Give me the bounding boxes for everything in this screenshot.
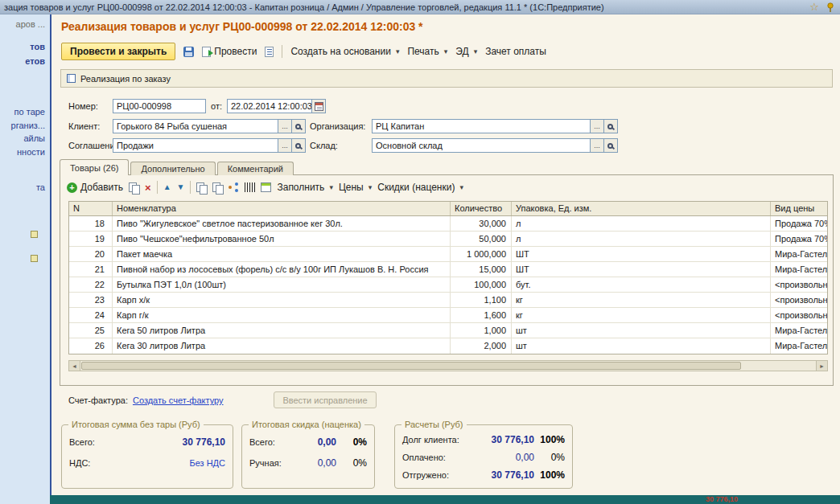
organization-select-button[interactable]: ... (591, 119, 604, 133)
client-select-button[interactable]: ... (278, 119, 292, 133)
journal-icon (265, 47, 274, 57)
table-row[interactable]: 18 Пиво "Жигулевское" светлое пастеризов… (69, 216, 827, 232)
col-header-unit[interactable]: Упаковка, Ед. изм. (512, 202, 771, 215)
total-label: Всего: (69, 437, 183, 447)
table-row[interactable]: 22 Бутылка ПЭТ 1,0л (100шт) 100,000 бут.… (69, 277, 827, 293)
table-header: N Номенклатура Количество Упаковка, Ед. … (69, 202, 827, 216)
chevron-down-icon: ▾ (396, 47, 400, 55)
horizontal-scrollbar[interactable]: ◄ ► (68, 360, 828, 371)
toolbar-separator (157, 181, 158, 194)
organization-open-button[interactable] (604, 119, 618, 133)
client-field[interactable]: Горького 84 Рыба сушеная (113, 119, 278, 133)
enter-correction-button[interactable]: Ввести исправление (274, 391, 377, 408)
warehouse-open-button[interactable] (604, 138, 618, 153)
discounts-button[interactable]: Скидки (наценки) ▾ (377, 182, 463, 193)
tab-strip: Товары (26) Дополнительно Комментарий (60, 159, 294, 175)
settlements-box-title: Расчеты (Руб) (401, 420, 467, 429)
sidebar-item[interactable]: по таре (14, 107, 45, 117)
print-button[interactable]: Печать ▾ (407, 46, 447, 57)
discount-box: Итоговая скидка (наценка) Всего: 0,00 0%… (241, 424, 375, 489)
register-records-button[interactable] (265, 47, 274, 57)
toolbar-separator (190, 181, 191, 194)
discount-box-title: Итоговая скидка (наценка) (249, 420, 364, 429)
date-field[interactable]: 22.02.2014 12:00:03 (227, 99, 312, 113)
splitter-grip[interactable] (31, 231, 38, 238)
toolbar-separator (282, 45, 282, 58)
table-row[interactable]: 26 Кега 30 литров Литра 2,000 шт Мира-Га… (69, 338, 827, 354)
col-header-price-kind[interactable]: Вид цены (771, 202, 827, 215)
fill-button[interactable]: Заполнить ▾ (277, 182, 332, 193)
ed-button[interactable]: ЭД ▾ (455, 46, 477, 57)
save-button[interactable] (183, 47, 194, 57)
tab-additional[interactable]: Дополнительно (130, 162, 215, 175)
tab-goods[interactable]: Товары (26) (60, 159, 129, 175)
number-field[interactable]: РЦ00-000998 (113, 99, 206, 113)
organization-field[interactable]: РЦ Капитан (372, 119, 591, 133)
command-toolbar: Провести и закрыть Провести Создать на о… (61, 42, 546, 61)
table-row[interactable]: 20 Пакет маечка 1 000,000 ШТ Мира-Гастел… (69, 247, 827, 262)
col-header-n[interactable]: N (69, 202, 113, 215)
warehouse-field[interactable]: Основной склад (372, 138, 591, 153)
payment-offset-button[interactable]: Зачет оплаты (485, 46, 546, 57)
sidebar-item[interactable]: нности (17, 147, 45, 157)
table-row[interactable]: 19 Пиво "Чешское"нефильтрованное 50л 50,… (69, 232, 827, 247)
barcode-scanner-icon[interactable] (245, 182, 255, 192)
order-banner[interactable]: Реализация по заказу (60, 69, 833, 88)
total-sum-box-title: Итоговая сумма без тары (Руб) (68, 420, 204, 429)
table-row[interactable]: 25 Кега 50 литров Литра 1,000 шт Мира-Га… (69, 323, 827, 338)
table-row[interactable]: 21 Пивной набор из лососевых (форель) с/… (69, 262, 827, 277)
move-down-icon[interactable]: ▼ (177, 182, 185, 192)
items-toolbar: + Добавить × ▲ ▼ Заполнить ▾ Цены ▾ (67, 178, 463, 196)
create-invoice-link[interactable]: Создать счет-фактуру (133, 395, 224, 405)
copy-row-icon[interactable] (129, 182, 139, 193)
table-row[interactable]: 23 Карп х/к 1,100 кг <произвольная (69, 293, 827, 308)
search-icon (607, 124, 613, 129)
add-row-button[interactable]: + Добавить (67, 182, 123, 193)
prices-button[interactable]: Цены ▾ (339, 182, 372, 193)
agreement-open-button[interactable] (292, 138, 306, 153)
sidebar-item[interactable]: рганиз... (11, 121, 45, 130)
post-button[interactable]: Провести (202, 46, 257, 57)
fill-table-icon[interactable] (261, 182, 271, 192)
warehouse-select-button[interactable]: ... (591, 138, 604, 153)
delete-row-icon[interactable]: × (145, 182, 151, 193)
pin-icon[interactable] (826, 2, 835, 13)
sidebar-item[interactable]: етов (25, 56, 45, 66)
invoice-row: Счет-фактура: Создать счет-фактуру (68, 395, 224, 405)
col-header-qty[interactable]: Количество (451, 202, 512, 215)
total-value: 30 776,10 (183, 436, 225, 448)
window-titlebar: зация товаров и услуг РЦ00-000998 от 22.… (0, 0, 840, 14)
chevron-down-icon: ▾ (369, 183, 373, 191)
splitter-grip[interactable] (31, 255, 38, 262)
warehouse-label: Склад: (310, 141, 338, 150)
scroll-left-icon[interactable]: ◄ (69, 361, 80, 371)
search-icon (295, 143, 301, 149)
chevron-down-icon: ▾ (444, 47, 448, 55)
agreement-select-button[interactable]: ... (278, 138, 292, 153)
sidebar-item[interactable]: аров ... (16, 19, 45, 29)
favorites-star-icon[interactable]: ☆ (809, 1, 819, 14)
post-and-close-button[interactable]: Провести и закрыть (61, 43, 175, 60)
client-label: Клиент: (68, 121, 100, 131)
tab-comment[interactable]: Комментарий (217, 162, 294, 175)
col-header-nomenclature[interactable]: Номенклатура (113, 202, 451, 215)
bottom-statusbar: 30 776,10 (50, 495, 840, 504)
create-based-on-button[interactable]: Создать на основании ▾ (290, 46, 399, 57)
goods-panel: + Добавить × ▲ ▼ Заполнить ▾ Цены ▾ (60, 174, 834, 386)
move-up-icon[interactable]: ▲ (163, 182, 171, 192)
sidebar-item[interactable]: айлы (23, 133, 45, 143)
sidebar-item[interactable]: тов (30, 42, 45, 51)
client-open-button[interactable] (292, 119, 306, 133)
copy-icon[interactable] (196, 182, 207, 193)
calendar-button[interactable] (312, 99, 326, 113)
agreement-field[interactable]: Продажи (113, 138, 278, 153)
paste-icon[interactable] (212, 182, 223, 193)
scrollbar-thumb[interactable] (81, 362, 741, 370)
chevron-down-icon: ▾ (474, 47, 478, 55)
share-icon[interactable] (229, 182, 239, 192)
vat-value[interactable]: Без НДС (189, 458, 225, 468)
sidebar-item[interactable]: та (36, 182, 45, 192)
table-row[interactable]: 24 Карп г/к 1,600 кг <произвольная (69, 308, 827, 323)
invoice-label: Счет-фактура: (68, 395, 128, 405)
scroll-right-icon[interactable]: ► (816, 361, 827, 371)
